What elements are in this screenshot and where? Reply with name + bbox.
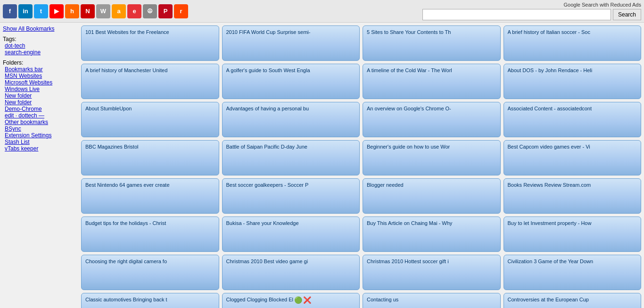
bookmark-tile[interactable]: 5 Sites to Share Your Contents to Th [363,25,501,61]
tile-text: Christmas 2010 Hottest soccer gift i [367,258,496,265]
tile-text: Bukisa - Share your Knowledge [226,220,356,227]
folder-other-bookmarks[interactable]: Other bookmarks [5,119,78,125]
bookmark-tile[interactable]: About StumbleUpon [81,102,219,137]
folder-vtabs-keeper[interactable]: vTabs keeper [5,145,78,152]
bookmark-tile[interactable]: An overview on Google's Chrome O- [363,102,501,137]
tile-text: Best Capcom video games ever - Vi [508,143,637,150]
tile-text: Controversies at the European Cup [508,296,637,303]
green-circle-icon: 🟢 [294,296,302,304]
bookmark-tile[interactable]: Contacting us [363,293,501,308]
bookmark-tile[interactable]: Blogger needed [363,178,501,214]
tile-text: Contacting us [367,296,496,303]
reddit-icon[interactable]: r [174,4,188,18]
bookmark-tile[interactable]: Choosing the right digital camera fo [81,255,219,290]
tags-list: dot-techsearch-engine [3,42,78,56]
bookmark-tile[interactable]: 101 Best Websites for the Freelance [81,25,219,61]
peace-icon[interactable]: ☮ [143,4,157,18]
tile-text: Budget tips for the holidays - Christ [85,220,215,227]
youtube-icon[interactable]: ▶ [50,4,64,18]
tags-label: Tags: [3,36,17,42]
search-label: Google Search with Reduced Ads [564,2,642,8]
bookmark-tile[interactable]: A brief history of Italian soccer - Soc [504,25,642,61]
amazon-icon[interactable]: a [112,4,126,18]
twitter-icon[interactable]: t [34,4,48,18]
bookmark-tile[interactable]: Buy to let Investment property - How [504,216,642,252]
folder-msn-websites[interactable]: MSN Websites [5,73,78,79]
search-row: Search [422,9,641,20]
hacker-news-icon[interactable]: h [65,4,79,18]
folder-microsoft-websites[interactable]: Microsoft Websites [5,79,78,86]
bookmark-tile[interactable]: A timeline of the Cold War - The Worl [363,64,501,99]
tile-text: About DOS - by John Rendace - Heli [508,67,637,74]
bookmark-tile[interactable]: Bukisa - Share your Knowledge [222,216,360,252]
digg-icon[interactable]: N [81,4,95,18]
folders-section: Folders: Bookmarks barMSN WebsitesMicros… [3,59,78,152]
bookmark-tile[interactable]: Clogged Clogging Blocked El🟢❌ [222,293,360,308]
tags-section: Tags: dot-techsearch-engine [3,36,78,56]
tag-search-engine[interactable]: search-engine [5,49,78,56]
tile-text: Clogged Clogging Blocked El [226,296,293,303]
wikipedia-icon[interactable]: W [96,4,110,18]
bookmark-tile[interactable]: A golfer's guide to South West Engla [222,64,360,99]
folder-new-folder[interactable]: New folder [5,99,78,106]
tile-text: Books Reviews Review Stream.com [508,182,637,189]
bookmark-tile[interactable]: Beginner's guide on how to use Wor [363,140,501,175]
folders-list: Bookmarks barMSN WebsitesMicrosoft Websi… [3,66,78,152]
tile-text: A brief history of Manchester United [85,67,215,74]
bookmark-tile[interactable]: Controversies at the European Cup [504,293,642,308]
search-button[interactable]: Search [613,9,641,20]
tile-text: About StumbleUpon [85,105,215,112]
folder-bookmarks-bar[interactable]: Bookmarks bar [5,66,78,73]
tile-text: Battle of Saipan Pacific D-day June [226,143,356,150]
bookmark-tile[interactable]: 2010 FIFA World Cup Surprise semi- [222,25,360,61]
bookmark-tile[interactable]: Civilization 3 Game of the Year Down [504,255,642,290]
sidebar: Show All Bookmarks Tags: dot-techsearch-… [3,25,78,308]
bookmark-tile[interactable]: Books Reviews Review Stream.com [504,178,642,214]
folder-edit-·-dottech-—[interactable]: edit · dottech — [5,112,78,119]
tile-text: Blogger needed [367,182,496,189]
bookmark-tile[interactable]: Buy This Article on Chaing Mai - Why [363,216,501,252]
bookmark-tile[interactable]: Best soccer goalkeepers - Soccer P [222,178,360,214]
tile-text: A brief history of Italian soccer - Soc [508,29,637,36]
tile-text: Buy This Article on Chaing Mai - Why [367,220,496,227]
tile-text: Best soccer goalkeepers - Soccer P [226,182,356,189]
folder-bsync[interactable]: BSync [5,125,78,132]
bookmark-tile[interactable]: BBC Magazines Bristol [81,140,219,175]
tile-text: Choosing the right digital camera fo [85,258,215,265]
folder-windows-live[interactable]: Windows Live [5,86,78,92]
tag-dot-tech[interactable]: dot-tech [5,42,78,49]
folder-new-folder[interactable]: New folder [5,92,78,99]
bookmark-tile[interactable]: Associated Content - associatedcont [504,102,642,137]
tile-text: Classic automotives Bringing back t [85,296,215,303]
facebook-icon[interactable]: f [3,4,17,18]
tile-text: 101 Best Websites for the Freelance [85,29,215,36]
bookmark-tile[interactable]: Best Nintendo 64 games ever create [81,178,219,214]
top-bar: fint▶hNWae☮Pr Google Search with Reduced… [0,0,644,23]
folder-stash-list[interactable]: Stash List [5,139,78,145]
tile-text: 5 Sites to Share Your Contents to Th [367,29,496,36]
bookmark-tile[interactable]: Budget tips for the holidays - Christ [81,216,219,252]
tile-text: Associated Content - associatedcont [508,105,637,112]
bookmark-tile[interactable]: Best Capcom video games ever - Vi [504,140,642,175]
main-container: Show All Bookmarks Tags: dot-techsearch-… [0,23,644,308]
show-all-bookmarks[interactable]: Show All Bookmarks [3,25,78,32]
bookmark-tile[interactable]: Advantages of having a personal bu [222,102,360,137]
ebay-icon[interactable]: e [127,4,141,18]
bookmark-tile[interactable]: Battle of Saipan Pacific D-day June [222,140,360,175]
search-area: Google Search with Reduced Ads Search [422,2,641,20]
folder-extension-settings[interactable]: Extension Settings [5,132,78,139]
tile-text: Civilization 3 Game of the Year Down [508,258,637,265]
tile-text: Advantages of having a personal bu [226,105,356,112]
bookmark-tile[interactable]: About DOS - by John Rendace - Heli [504,64,642,99]
linkedin-icon[interactable]: in [18,4,33,18]
bookmark-tile[interactable]: Classic automotives Bringing back t [81,293,219,308]
bookmark-tile[interactable]: Christmas 2010 Hottest soccer gift i [363,255,501,290]
bookmark-tile[interactable]: A brief history of Manchester United [81,64,219,99]
pinterest-icon[interactable]: P [158,4,173,18]
tile-text: Buy to let Investment property - How [508,220,637,227]
tile-text: Christmas 2010 Best video game gi [226,258,356,265]
search-input[interactable] [422,9,611,20]
folder-demo-chrome[interactable]: Demo-Chrome [5,106,78,112]
tile-text: A timeline of the Cold War - The Worl [367,67,496,74]
bookmark-tile[interactable]: Christmas 2010 Best video game gi [222,255,360,290]
